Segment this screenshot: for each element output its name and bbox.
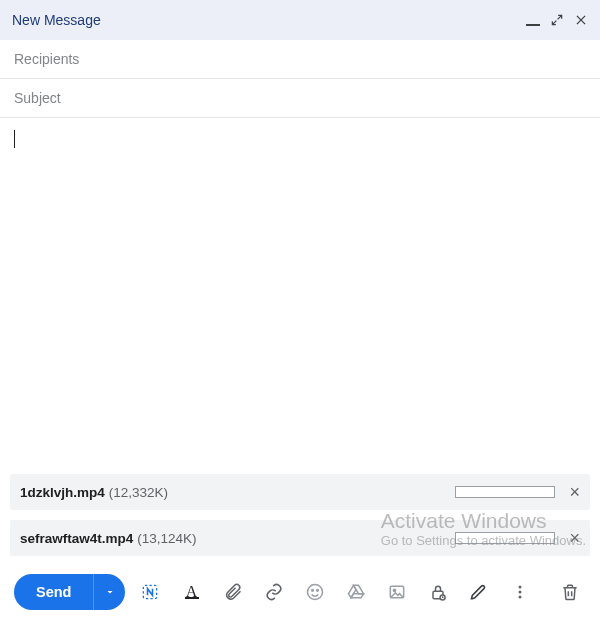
minimize-icon[interactable] [526,12,540,26]
remove-attachment-icon[interactable]: × [569,528,580,549]
formatting-icon[interactable]: A [176,574,208,610]
insert-drive-icon[interactable] [340,574,372,610]
fullscreen-icon[interactable] [550,13,564,27]
subject-row [0,79,600,118]
attachment-filename: sefrawftaw4t.mp4 [20,531,133,546]
attachment-size: (12,332K) [109,485,168,500]
close-icon[interactable] [574,13,588,27]
text-cursor [14,130,15,148]
attachment-row: sefrawftaw4t.mp4 (13,124K) × [10,520,590,556]
more-options-icon[interactable] [504,574,536,610]
window-controls [526,12,588,28]
subject-input[interactable] [14,90,586,106]
attachments-list: 1dzklvjh.mp4 (12,332K) × sefrawftaw4t.mp… [0,474,600,564]
attachment-filename: 1dzklvjh.mp4 [20,485,105,500]
remove-attachment-icon[interactable]: × [569,482,580,503]
insert-link-icon[interactable] [258,574,290,610]
insert-photo-icon[interactable] [381,574,413,610]
compose-title: New Message [12,12,526,28]
svg-point-8 [518,586,521,589]
attachment-row: 1dzklvjh.mp4 (12,332K) × [10,474,590,510]
recipients-row [0,40,600,79]
svg-point-3 [316,590,318,592]
message-body[interactable] [0,118,600,474]
compose-window: New Message 1dzklvjh.mp4 [0,0,600,620]
compose-titlebar: New Message [0,0,600,40]
upload-progress-bar [455,486,555,498]
attach-file-icon[interactable] [217,574,249,610]
send-button[interactable]: Send [14,574,93,610]
confidential-mode-icon[interactable] [422,574,454,610]
recipients-input[interactable] [14,51,586,67]
insert-emoji-icon[interactable] [299,574,331,610]
upload-progress-bar [455,532,555,544]
svg-point-9 [518,591,521,594]
svg-point-1 [307,585,322,600]
discard-draft-icon[interactable] [554,574,586,610]
grammar-check-icon[interactable] [134,574,166,610]
attachment-size: (13,124K) [137,531,196,546]
svg-point-5 [393,589,395,591]
send-button-group: Send [14,574,125,610]
send-options-button[interactable] [93,574,125,610]
compose-toolbar: Send A [0,564,600,620]
svg-point-2 [311,590,313,592]
insert-signature-icon[interactable] [463,574,495,610]
svg-point-10 [518,596,521,599]
